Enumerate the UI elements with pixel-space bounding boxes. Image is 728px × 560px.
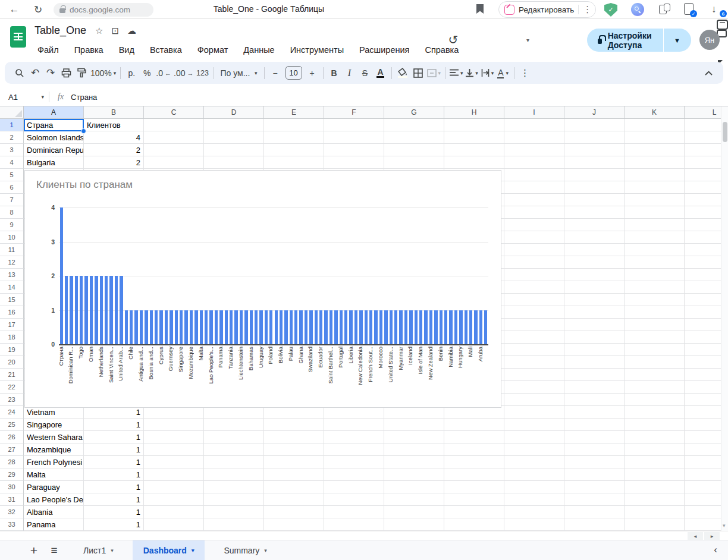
column-header-J[interactable]: J <box>564 106 625 119</box>
version-history-icon[interactable]: ↺ <box>445 32 462 48</box>
menu-Файл[interactable]: Файл <box>32 43 64 56</box>
cell-A4[interactable]: Bulgaria <box>24 156 83 169</box>
add-sheet-icon[interactable]: + <box>24 540 44 560</box>
increase-decimals-button[interactable]: .00→ <box>172 65 194 81</box>
row-header-4[interactable]: 4 <box>0 156 24 169</box>
share-button[interactable]: Настройки Доступа ▼ <box>587 29 691 52</box>
row-header-11[interactable]: 11 <box>0 244 24 256</box>
italic-button[interactable]: I <box>342 65 357 81</box>
cell-B2[interactable]: 4 <box>84 131 143 144</box>
cell-B30[interactable]: 1 <box>84 481 143 493</box>
horizontal-align-button[interactable]: ▾ <box>448 65 465 81</box>
cell-B25[interactable]: 1 <box>84 419 143 431</box>
row-header-7[interactable]: 7 <box>0 194 24 206</box>
name-box-caret-icon[interactable]: ▾ <box>41 94 44 100</box>
redo-icon[interactable]: ↷ <box>43 65 58 81</box>
name-box[interactable]: A1 ▾ <box>0 93 44 102</box>
row-header-18[interactable]: 18 <box>0 331 24 344</box>
tab-caret-icon[interactable]: ▾ <box>264 548 267 553</box>
row-header-10[interactable]: 10 <box>0 231 24 244</box>
row-header-33[interactable]: 33 <box>0 518 24 531</box>
tab-caret-icon[interactable]: ▾ <box>192 548 194 553</box>
cell-B1[interactable]: Клиентов <box>84 119 143 131</box>
collapse-toolbar-icon[interactable] <box>701 65 716 81</box>
sheets-logo-icon[interactable] <box>10 26 26 48</box>
column-header-C[interactable]: C <box>144 106 204 119</box>
bold-button[interactable]: B <box>327 65 342 81</box>
cell-A2[interactable]: Solomon Islands <box>24 131 83 144</box>
row-header-14[interactable]: 14 <box>0 281 24 294</box>
column-header-B[interactable]: B <box>84 106 144 119</box>
row-header-24[interactable]: 24 <box>0 406 24 419</box>
column-header-K[interactable]: K <box>625 106 685 119</box>
tab-caret-icon[interactable]: ▾ <box>111 548 114 553</box>
row-header-32[interactable]: 32 <box>0 506 24 518</box>
cell-A33[interactable]: Panama <box>24 518 83 531</box>
all-sheets-icon[interactable]: ≡ <box>44 540 64 560</box>
row-header-23[interactable]: 23 <box>0 394 24 406</box>
chart-object[interactable]: Клиенты по странам 01234СтранаDominican … <box>24 170 501 408</box>
scroll-right-icon[interactable]: ▸ <box>704 532 720 540</box>
bookmark-icon[interactable] <box>476 4 484 14</box>
vertical-align-button[interactable]: ▾ <box>465 65 480 81</box>
meet-caret-icon[interactable]: ▾ <box>526 37 529 43</box>
vertical-scrollbar[interactable]: ▾ <box>721 106 728 531</box>
vertical-scrollbar-thumb[interactable] <box>723 122 727 142</box>
format-percent-button[interactable]: % <box>139 65 155 81</box>
decrease-decimals-button[interactable]: .0← <box>155 65 172 81</box>
row-header-25[interactable]: 25 <box>0 419 24 431</box>
cell-A1[interactable]: Страна <box>24 119 83 131</box>
strikethrough-button[interactable]: S <box>357 65 373 81</box>
cell-A26[interactable]: Western Sahara <box>24 431 83 443</box>
row-header-5[interactable]: 5 <box>0 169 24 181</box>
select-all-corner[interactable] <box>0 106 24 119</box>
page-status-icon[interactable]: ✓ <box>684 3 694 15</box>
format-currency-button[interactable]: р. <box>124 65 139 81</box>
browser-search-icon[interactable] <box>631 3 644 16</box>
menu-Вставка[interactable]: Вставка <box>145 43 187 56</box>
fill-handle[interactable] <box>81 128 86 134</box>
text-wrap-button[interactable]: ▾ <box>480 65 495 81</box>
menu-Правка[interactable]: Правка <box>69 43 109 56</box>
row-header-8[interactable]: 8 <box>0 206 24 219</box>
row-header-1[interactable]: 1 <box>0 119 24 131</box>
cell-B3[interactable]: 2 <box>84 144 143 156</box>
row-header-3[interactable]: 3 <box>0 144 24 156</box>
column-header-A[interactable]: A <box>24 106 84 119</box>
tab-Лист1[interactable]: Лист1▾ <box>73 540 124 560</box>
downloads-icon[interactable]: ↓ 6 <box>711 4 723 15</box>
star-icon[interactable]: ☆ <box>95 26 103 36</box>
tab-Dashboard[interactable]: Dashboard▾ <box>133 540 205 560</box>
edit-mode-button[interactable]: Редактировать ⋮ <box>498 1 596 18</box>
cell-B28[interactable]: 1 <box>84 456 143 468</box>
print-icon[interactable] <box>58 65 74 81</box>
comments-icon[interactable] <box>717 20 728 30</box>
row-header-22[interactable]: 22 <box>0 381 24 394</box>
reload-icon[interactable]: ↻ <box>31 2 45 17</box>
document-title[interactable]: Table_One <box>34 24 86 37</box>
cell-B4[interactable]: 2 <box>84 156 143 169</box>
font-size-input[interactable]: 10 <box>285 66 302 80</box>
menu-Данные[interactable]: Данные <box>238 43 280 56</box>
row-header-9[interactable]: 9 <box>0 219 24 231</box>
text-color-button[interactable]: A <box>373 65 388 81</box>
cell-B24[interactable]: 1 <box>84 406 143 419</box>
scroll-left-icon[interactable]: ◂ <box>688 532 703 540</box>
more-formats-button[interactable]: 123 <box>195 65 211 81</box>
collections-icon[interactable] <box>659 4 671 15</box>
column-header-E[interactable]: E <box>264 106 324 119</box>
menu-Расширения[interactable]: Расширения <box>354 43 415 56</box>
row-header-26[interactable]: 26 <box>0 431 24 443</box>
column-header-H[interactable]: H <box>444 106 504 119</box>
menu-Вид[interactable]: Вид <box>114 43 140 56</box>
fill-color-button[interactable] <box>395 65 410 81</box>
search-icon[interactable] <box>12 65 27 81</box>
row-header-21[interactable]: 21 <box>0 369 24 381</box>
row-header-27[interactable]: 27 <box>0 443 24 456</box>
cell-A31[interactable]: Lao People's De <box>24 493 83 506</box>
cell-B32[interactable]: 1 <box>84 506 143 518</box>
increase-font-size-button[interactable]: + <box>305 65 320 81</box>
row-header-16[interactable]: 16 <box>0 306 24 319</box>
decrease-font-size-button[interactable]: − <box>268 65 283 81</box>
row-header-19[interactable]: 19 <box>0 344 24 356</box>
